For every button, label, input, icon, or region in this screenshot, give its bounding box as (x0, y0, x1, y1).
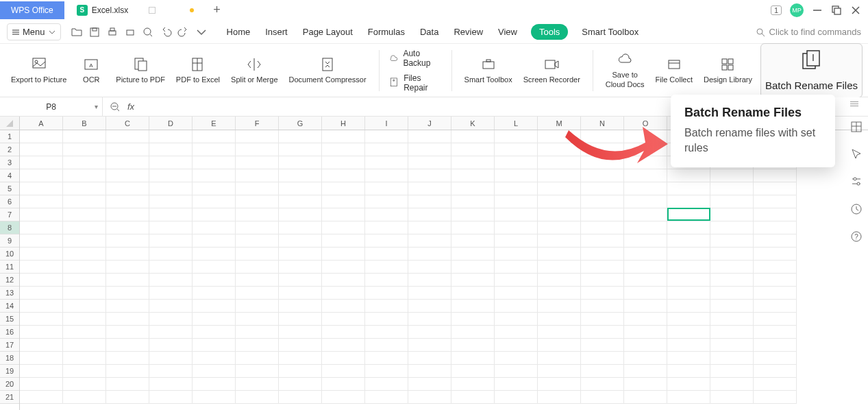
menu-tab-view[interactable]: View (497, 24, 519, 40)
cell[interactable] (63, 300, 106, 313)
menu-tab-insert[interactable]: Insert (264, 24, 289, 40)
cell[interactable] (149, 365, 193, 378)
cell[interactable] (624, 182, 667, 195)
cell[interactable] (63, 378, 106, 391)
cell[interactable] (667, 287, 710, 300)
new-tab-button[interactable]: + (213, 3, 221, 17)
cell[interactable] (667, 352, 710, 365)
cell[interactable] (451, 300, 495, 313)
cell[interactable] (451, 365, 495, 378)
row-header[interactable]: 11 (0, 261, 19, 274)
menu-tab-page-layout[interactable]: Page Layout (301, 24, 354, 40)
cell[interactable] (581, 261, 624, 274)
cell[interactable] (581, 221, 624, 234)
cell[interactable] (754, 300, 797, 313)
cell[interactable] (538, 365, 581, 378)
command-search[interactable]: Click to find commands (756, 27, 861, 37)
row-header[interactable]: 5 (0, 182, 19, 195)
fx-label[interactable]: fx (127, 101, 134, 112)
undo-icon[interactable] (160, 26, 172, 38)
cell[interactable] (581, 326, 624, 339)
cell[interactable] (495, 261, 538, 274)
cell[interactable] (495, 274, 538, 287)
row-header[interactable]: 13 (0, 287, 19, 300)
cell[interactable] (754, 287, 797, 300)
row-header[interactable]: 8 (0, 221, 19, 234)
cell[interactable] (236, 195, 279, 208)
row-header[interactable]: 15 (0, 313, 19, 326)
cell[interactable] (710, 352, 754, 365)
cell[interactable] (365, 287, 408, 300)
cell[interactable] (236, 378, 279, 391)
col-header[interactable]: H (322, 117, 365, 130)
cell[interactable] (149, 221, 193, 234)
cell[interactable] (408, 169, 451, 182)
cell[interactable] (193, 182, 236, 195)
cell[interactable] (236, 156, 279, 169)
cell[interactable] (408, 391, 451, 404)
cell[interactable] (236, 221, 279, 234)
cell[interactable] (667, 248, 710, 261)
cell[interactable] (624, 195, 667, 208)
cell[interactable] (236, 326, 279, 339)
row-header[interactable]: 2 (0, 143, 19, 156)
cell[interactable] (193, 339, 236, 352)
save-icon[interactable] (88, 26, 101, 38)
col-header[interactable]: G (279, 117, 322, 130)
cell[interactable] (149, 130, 193, 143)
cell[interactable] (495, 221, 538, 234)
cell[interactable] (106, 169, 149, 182)
col-header[interactable]: I (365, 117, 408, 130)
cell[interactable] (667, 195, 710, 208)
cell[interactable] (106, 143, 149, 156)
menu-tab-formulas[interactable]: Formulas (367, 24, 406, 40)
cell[interactable] (495, 339, 538, 352)
cell[interactable] (279, 182, 322, 195)
cell[interactable] (279, 300, 322, 313)
cell[interactable] (106, 300, 149, 313)
cell[interactable] (581, 287, 624, 300)
col-header[interactable]: A (20, 117, 63, 130)
cell[interactable] (20, 339, 63, 352)
cell[interactable] (279, 248, 322, 261)
cell[interactable] (624, 208, 667, 221)
cell[interactable] (667, 221, 710, 234)
cell[interactable] (149, 234, 193, 248)
row-header[interactable]: 20 (0, 378, 19, 391)
redo-icon[interactable] (177, 26, 190, 38)
cell[interactable] (624, 339, 667, 352)
cell[interactable] (408, 156, 451, 169)
menu-tab-review[interactable]: Review (452, 24, 484, 40)
cell[interactable] (106, 313, 149, 326)
cell[interactable] (193, 378, 236, 391)
cell[interactable] (149, 287, 193, 300)
cell[interactable] (279, 313, 322, 326)
cell[interactable] (710, 169, 754, 182)
cell[interactable] (710, 378, 754, 391)
cell[interactable] (408, 208, 451, 221)
cell[interactable] (408, 182, 451, 195)
cell[interactable] (408, 300, 451, 313)
cell[interactable] (710, 326, 754, 339)
cell[interactable] (193, 143, 236, 156)
cell[interactable] (710, 261, 754, 274)
cell[interactable] (408, 287, 451, 300)
cell[interactable] (20, 156, 63, 169)
cell[interactable] (451, 143, 495, 156)
cell[interactable] (754, 274, 797, 287)
cell[interactable] (667, 234, 710, 248)
cell[interactable] (495, 248, 538, 261)
cell[interactable] (279, 287, 322, 300)
document-tab[interactable]: S Excel.xlsx (69, 5, 202, 16)
cell[interactable] (667, 391, 710, 404)
cell[interactable] (624, 326, 667, 339)
cell[interactable] (495, 300, 538, 313)
picture-to-pdf-button[interactable]: Picture to PDF (110, 53, 171, 87)
cell[interactable] (495, 313, 538, 326)
cell[interactable] (667, 208, 710, 221)
batch-rename-files-button[interactable]: I Batch Rename Files (760, 43, 863, 98)
cell[interactable] (322, 143, 365, 156)
cell[interactable] (193, 287, 236, 300)
cell[interactable] (408, 339, 451, 352)
cell[interactable] (20, 287, 63, 300)
